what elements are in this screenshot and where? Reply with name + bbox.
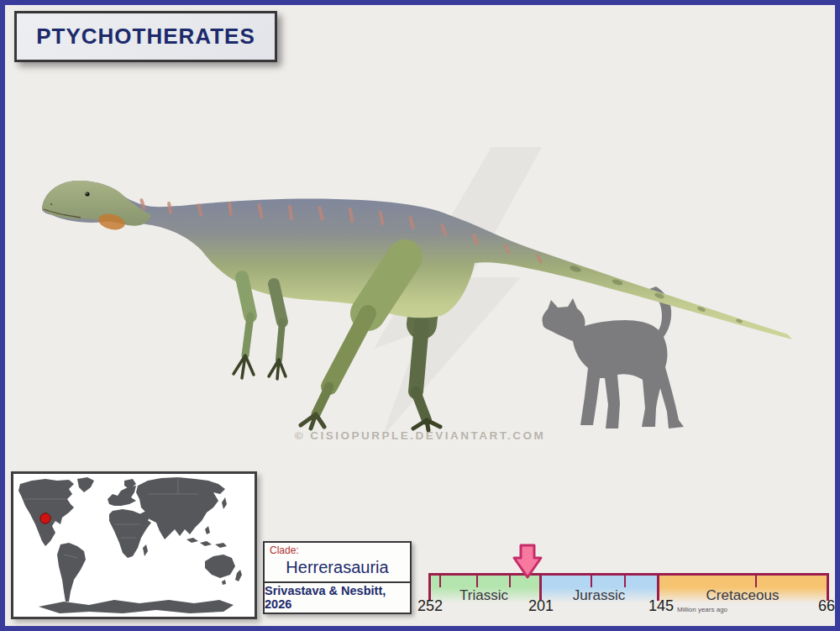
continent-greenland <box>77 477 94 492</box>
tick-label-145: 145 <box>648 597 674 615</box>
attribution-section: Srivastava & Nesbitt, 2026 <box>265 581 410 612</box>
tick-minor <box>439 573 441 587</box>
tick-minor <box>509 573 511 587</box>
tick-minor <box>476 573 478 587</box>
island-new-zealand <box>235 570 242 581</box>
world-map-svg <box>13 474 255 617</box>
tick-label-66: 66 <box>818 597 835 615</box>
page-title: PTYCHOTHERATES <box>36 24 255 50</box>
period-label-triassic: Triassic <box>459 587 508 604</box>
tick-label-201: 201 <box>528 597 554 615</box>
continent-europe <box>108 486 136 506</box>
continent-south-america <box>57 543 86 602</box>
clade-value: Herrerasauria <box>270 556 405 578</box>
tick-label-252: 252 <box>417 597 443 615</box>
clade-section: Clade: Herrerasauria <box>265 543 410 581</box>
continent-australia <box>205 555 235 578</box>
timeline-axis <box>428 573 829 576</box>
infographic-canvas: © CISIOPURPLE.DEVIANTART.COM PTYCHOTHERA… <box>0 0 840 631</box>
island-madagascar <box>143 544 148 556</box>
world-map <box>11 471 257 619</box>
timeline-unit-label: Million years ago <box>677 606 727 613</box>
clade-label: Clade: <box>270 545 405 556</box>
locality-marker <box>40 513 50 523</box>
period-label-cretaceous: Cretaceous <box>706 587 780 604</box>
period-label-jurassic: Jurassic <box>573 587 625 604</box>
title-box: PTYCHOTHERATES <box>14 11 277 62</box>
island-tasmania <box>222 580 226 585</box>
island-japan <box>222 497 227 509</box>
continent-antarctica <box>39 600 234 613</box>
species-attribution: Srivastava & Nesbitt, 2026 <box>265 584 410 611</box>
tick-minor <box>755 573 757 587</box>
continent-asia <box>136 477 225 539</box>
clade-box: Clade: Herrerasauria Srivastava & Nesbit… <box>263 541 412 614</box>
age-arrow-icon <box>512 544 543 581</box>
tick-minor <box>624 573 626 587</box>
tick-minor <box>591 573 592 587</box>
